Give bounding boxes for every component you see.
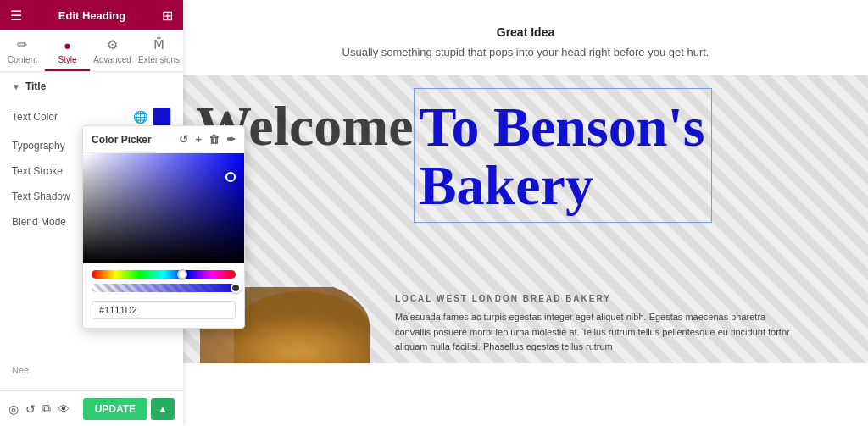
add-icon[interactable]: + (195, 133, 202, 146)
text-stroke-label: Text Stroke (12, 165, 63, 177)
eyedropper-icon[interactable]: ✒ (226, 133, 236, 146)
section-title[interactable]: ▼ Title (0, 72, 183, 101)
color-picker-popup: Color Picker ↺ + 🗑 ✒ (82, 125, 245, 329)
copy-icon[interactable]: ⧉ (42, 401, 51, 416)
tab-style[interactable]: ● Style (45, 30, 90, 71)
chevron-icon: ▼ (12, 82, 20, 91)
great-idea-heading: Great Idea (200, 25, 851, 39)
extensions-icon: M̈ (153, 37, 164, 53)
tab-extensions-label: Extensions (138, 55, 180, 64)
banner-main: Welcome To Benson'sBakery LOCAL WEST LON… (183, 75, 868, 363)
hex-input[interactable] (92, 301, 236, 319)
banner-section: Welcome To Benson'sBakery LOCAL WEST LON… (183, 75, 868, 363)
color-swatch-row: 🌐 (133, 108, 171, 126)
color-picker-header: Color Picker ↺ + 🗑 ✒ (83, 126, 244, 153)
tab-advanced[interactable]: ⚙ Advanced (90, 30, 135, 71)
panel-title: Edit Heading (58, 9, 125, 22)
bottom-icons: ◎ ↺ ⧉ 👁 (8, 401, 70, 416)
grid-icon[interactable]: ⊞ (162, 8, 173, 24)
update-button[interactable]: UPDATE (83, 398, 147, 420)
welcome-right: To Benson'sBakery (414, 88, 713, 223)
bottom-banner-section: LOCAL WEST LONDON BREAD BAKERY Malesuada… (183, 280, 868, 363)
panel-tabs: ✏ Content ● Style ⚙ Advanced M̈ Extensio… (0, 30, 183, 72)
globe-icon[interactable]: 🌐 (133, 110, 147, 124)
alpha-track (92, 284, 236, 292)
eye-icon[interactable]: 👁 (58, 402, 70, 416)
text-shadow-label: Text Shadow (12, 191, 70, 202)
tab-extensions[interactable]: M̈ Extensions (135, 30, 183, 71)
bakery-info: LOCAL WEST LONDON BREAD BAKERY Malesuada… (209, 294, 848, 355)
hue-slider[interactable] (92, 270, 236, 279)
alpha-thumb (231, 283, 241, 293)
alpha-slider[interactable] (92, 284, 236, 292)
update-arrow-button[interactable]: ▲ (151, 398, 175, 420)
hex-row (83, 297, 244, 319)
view-icon[interactable]: ◎ (8, 402, 19, 416)
reset-icon[interactable]: ↺ (179, 133, 188, 146)
main-content: Great Idea Usually something stupid that… (183, 0, 868, 426)
content-icon: ✏ (17, 37, 28, 53)
typography-label: Typography (12, 140, 65, 152)
welcome-left-text: elcome (248, 95, 413, 157)
color-swatch[interactable] (153, 108, 171, 126)
section-title-label: Title (25, 80, 46, 92)
alpha-slider-row (83, 282, 244, 297)
need-text: Nee (12, 365, 29, 375)
text-color-label: Text Color (12, 111, 58, 123)
hue-slider-row (83, 263, 244, 282)
subtitle-text: Usually something stupid that pops into … (200, 46, 851, 58)
color-gradient[interactable] (83, 153, 244, 263)
local-bakery-label: LOCAL WEST LONDON BREAD BAKERY (395, 294, 848, 303)
color-picker-title: Color Picker (92, 134, 152, 146)
blend-mode-label: Blend Mode (12, 216, 66, 228)
undo-icon[interactable]: ↺ (25, 402, 36, 416)
update-group: UPDATE ▲ (83, 398, 175, 420)
panel-bottombar: ◎ ↺ ⧉ 👁 UPDATE ▲ (0, 390, 183, 426)
style-icon: ● (64, 38, 71, 53)
panel-topbar: ☰ Edit Heading ⊞ (0, 0, 183, 30)
tab-content-label: Content (8, 55, 37, 64)
left-panel: ☰ Edit Heading ⊞ ✏ Content ● Style ⚙ Adv… (0, 0, 183, 426)
bakery-description: Malesuada fames ac turpis egestas intege… (395, 310, 802, 355)
tab-content[interactable]: ✏ Content (0, 30, 45, 71)
welcome-row: Welcome To Benson'sBakery (183, 75, 868, 223)
delete-icon[interactable]: 🗑 (209, 133, 220, 146)
advanced-icon: ⚙ (107, 37, 118, 53)
hamburger-icon[interactable]: ☰ (10, 8, 22, 24)
tab-style-label: Style (58, 55, 76, 64)
content-top: Great Idea Usually something stupid that… (183, 0, 868, 75)
tab-advanced-label: Advanced (93, 55, 131, 64)
gradient-cursor (225, 172, 236, 182)
hue-thumb (177, 269, 187, 279)
color-picker-header-icons: ↺ + 🗑 ✒ (179, 133, 236, 146)
